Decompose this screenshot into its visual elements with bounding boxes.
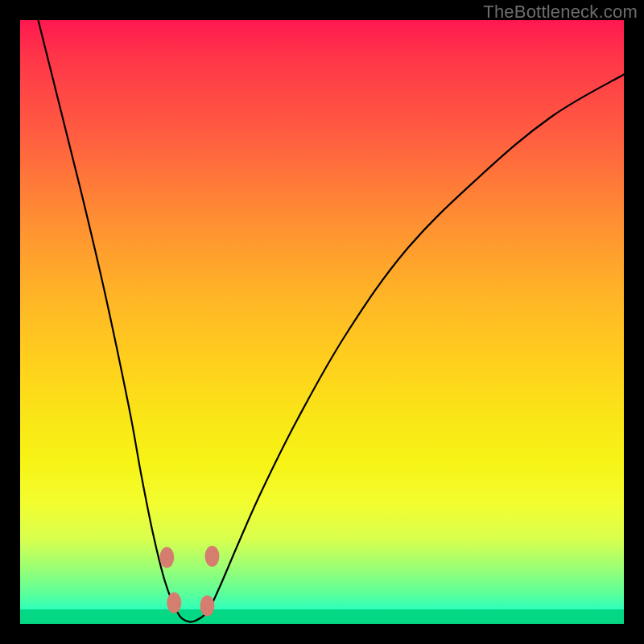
bottleneck-curve-path — [39, 20, 625, 622]
curve-marker — [159, 547, 174, 568]
outer-frame: TheBottleneck.com — [0, 0, 644, 644]
curve-markers — [159, 546, 219, 617]
curve-marker — [167, 592, 181, 613]
curve-marker — [205, 546, 220, 567]
curve-marker — [200, 596, 215, 617]
bottleneck-chart — [20, 20, 624, 624]
